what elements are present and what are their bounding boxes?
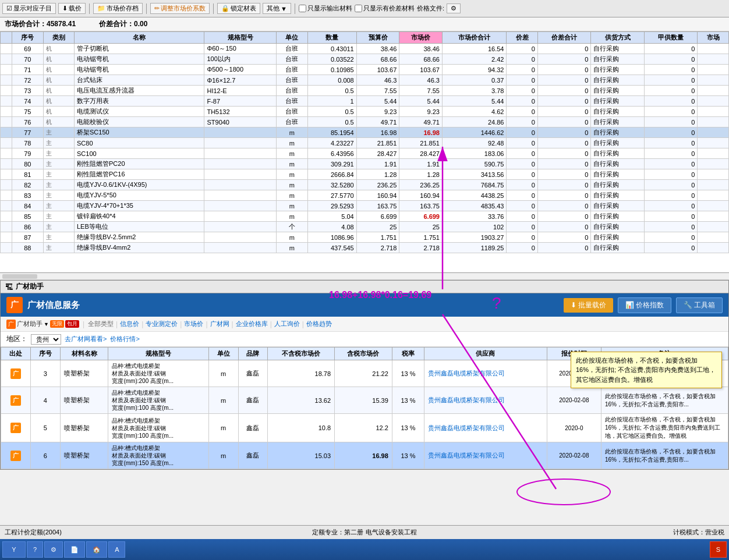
cell-check	[1, 54, 12, 65]
location-select[interactable]: 贵州	[31, 334, 61, 345]
price-market-link[interactable]: 价格行情>	[110, 335, 139, 343]
cell-jia: 0	[644, 180, 697, 190]
show-matching-btn[interactable]: ☑ 显示对应子目	[2, 3, 56, 14]
nav-info-price[interactable]: 信息价	[120, 320, 139, 328]
pt-cell-source: 广	[1, 442, 31, 469]
batch-price-btn[interactable]: ⬇ 批量载价	[564, 298, 613, 313]
taskbar-btn-5[interactable]: 🏠	[86, 541, 107, 558]
table-row[interactable]: 82 主 电缆YJV-0.6/1KV-(4X95) m 32.5280 236.…	[1, 180, 729, 190]
cell-idx: 73	[12, 86, 44, 96]
nav-guangcai-net[interactable]: 广材网	[210, 320, 229, 328]
load-price-btn[interactable]: ⬇ 载价	[58, 3, 86, 14]
col-header-total: 价差	[507, 32, 538, 44]
taskbar-btn-s[interactable]: S	[710, 541, 727, 558]
guangcai-assistant-label[interactable]: 广材助手	[17, 320, 43, 328]
cell-supply: 自行采购	[591, 107, 644, 117]
cell-total: 0	[507, 180, 538, 190]
table-row[interactable]: 70 机 电动锯弯机 100以内 台班 0.03522 68.66 68.66 …	[1, 54, 729, 65]
col-header-spec: 单位	[277, 32, 308, 44]
cell-jia: 0	[644, 44, 697, 54]
table-row[interactable]: 88 主 绝缘导线BV-4mm2 m 437.545 2.718 2.718 1…	[1, 243, 729, 253]
cell-code: 主	[43, 232, 75, 243]
cell-budget: 236.25	[399, 180, 443, 190]
lock-table-btn[interactable]: 🔒 锁定材表	[217, 3, 260, 14]
price-index-btn[interactable]: 📊 价格指数	[618, 297, 671, 313]
table-row[interactable]: 87 主 绝缘导线BV-2.5mm2 m 1086.96 1.751 1.751…	[1, 232, 729, 243]
adjust-coefficient-btn[interactable]: ✏ 调整市场价系数	[150, 3, 210, 14]
table-row[interactable]: 84 主 电缆YJV-4*70+1*35 m 29.5293 163.75 16…	[1, 201, 729, 211]
nav-enterprise[interactable]: 企业价格库	[236, 320, 268, 328]
others-btn[interactable]: 其他 ▼	[263, 3, 291, 14]
taskbar-btn-3[interactable]: ⚙	[44, 541, 63, 558]
taskbar-btn-4[interactable]: 📄	[64, 541, 85, 558]
taskbar-btn-6[interactable]: A	[108, 541, 125, 558]
table-row[interactable]: 74 机 数字万用表 F-87 台班 1 5.44 5.44 5.44 0 0 …	[1, 96, 729, 107]
cell-budget: 46.3	[399, 75, 443, 86]
cell-total: 0	[507, 54, 538, 65]
cell-type: LEB等电位	[75, 222, 204, 232]
price-table-row[interactable]: 广 6 喷塑桥架 品种:槽式电缆桥架材质及表面处理:碳钢宽度(mm):150 高…	[1, 442, 728, 469]
cell-code: 机	[43, 117, 75, 127]
table-row[interactable]: 81 主 刚性阻燃管PC16 m 2666.84 1.28 1.28 3413.…	[1, 169, 729, 180]
guangcai-net-link[interactable]: 去广材网看看>	[65, 335, 107, 343]
table-row[interactable]: 83 主 电缆YJV-5*50 m 27.5770 160.94 160.94 …	[1, 190, 729, 201]
col-header-diff: 价差合计	[537, 32, 590, 44]
cell-type: 绝缘导线BV-4mm2	[75, 243, 204, 253]
table-row[interactable]: 78 主 SC80 m 4.23227 21.851 21.851 92.48 …	[1, 138, 729, 148]
cell-unit: 0.5	[307, 117, 356, 127]
table-row[interactable]: 77 主 桥架SC150 m 85.1954 16.98 16.98 1446.…	[1, 127, 729, 138]
table-row[interactable]: 73 机 电压电流互感升流器 HI12-E 台班 0.5 7.55 7.55 3…	[1, 86, 729, 96]
pt-cell-idx: 5	[30, 414, 60, 442]
toolbox-btn[interactable]: 🔧 工具箱	[676, 297, 723, 313]
table-row[interactable]: 71 机 电动锯弯机 Φ500～1800 台班 0.10985 103.67 1…	[1, 65, 729, 75]
table-row[interactable]: 85 主 镀锌扁铁40*4 m 5.04 6.699 6.699 33.76 0…	[1, 211, 729, 222]
table-row[interactable]: 72 机 台式钻床 Φ16×12.7 台班 0.008 46.3 46.3 0.…	[1, 75, 729, 86]
show-diff-checkbox[interactable]: 只显示有价差材料	[355, 4, 415, 13]
cell-idx: 77	[12, 127, 44, 138]
taskbar-btn-1[interactable]: Y	[2, 541, 26, 558]
table-row[interactable]: 79 主 SC100 m 6.43956 28.427 28.427 183.0…	[1, 148, 729, 159]
cell-spec: 个	[277, 222, 308, 232]
pt-cell-name: 喷塑桥架	[60, 360, 108, 387]
cell-unit: 29.5293	[307, 201, 356, 211]
taskbar-btn-2[interactable]: ?	[27, 541, 43, 558]
toolbar-sep4	[295, 3, 295, 14]
h-scrollbar[interactable]	[0, 273, 729, 280]
nav-professional[interactable]: 专业测定价	[146, 320, 178, 328]
pt-col-price-ex: 不含税市场价	[268, 348, 335, 360]
show-output-checkbox[interactable]: 只显示输出材料	[299, 4, 352, 13]
price-table-row[interactable]: 广 5 喷塑桥架 品种:槽式电缆桥架材质及表面处理:碳钢宽度(mm):100 高…	[1, 414, 728, 442]
cell-qty: 68.66	[356, 54, 399, 65]
cell-diff: 0	[537, 180, 590, 190]
table-row[interactable]: 69 机 管子切断机 Φ60～150 台班 0.43011 38.46 38.4…	[1, 44, 729, 54]
pt-cell-price-ex: 13.62	[268, 387, 335, 414]
cell-name: Φ60～150	[204, 44, 277, 54]
price-table-row[interactable]: 广 4 喷塑桥架 品种:槽式电缆桥架材质及表面处理:碳钢宽度(mm):100 高…	[1, 387, 728, 414]
pt-cell-brand: 鑫磊	[238, 414, 268, 442]
price-file-btn[interactable]: ⚙	[447, 3, 461, 13]
table-row[interactable]: 75 机 电缆测试仪 TH5132 台班 0.5 9.23 9.23 4.62 …	[1, 107, 729, 117]
tools-icon: 🔧	[684, 301, 692, 309]
cell-market2	[698, 243, 729, 253]
guangcai-logo-icon: 广	[6, 297, 23, 313]
cell-spec: m	[277, 180, 308, 190]
cell-name	[204, 169, 277, 180]
cell-diff: 0	[537, 148, 590, 159]
cell-qty: 9.23	[356, 107, 399, 117]
cell-unit: 309.291	[307, 159, 356, 169]
cell-budget: 1.91	[399, 159, 443, 169]
table-row[interactable]: 86 主 LEB等电位 个 4.08 25 25 102 0 0 自行采购 0	[1, 222, 729, 232]
cell-spec: 台班	[277, 117, 308, 127]
market-archive-btn[interactable]: 📁 市场价存档	[93, 3, 143, 14]
nav-manual-inquiry[interactable]: 人工询价	[274, 320, 300, 328]
table-row[interactable]: 76 机 电能校验仪 ST9040 台班 0.5 49.71 49.71 24.…	[1, 117, 729, 127]
cell-supply: 自行采购	[591, 44, 644, 54]
nav-market-price[interactable]: 市场价	[184, 320, 203, 328]
nav-all-type[interactable]: 全部类型	[88, 320, 114, 328]
cell-name	[204, 201, 277, 211]
top-toolbar: ☑ 显示对应子目 ⬇ 载价 📁 市场价存档 ✏ 调整市场价系数 🔒 锁定材表 其…	[0, 0, 729, 17]
table-row[interactable]: 80 主 刚性阻燃管PC20 m 309.291 1.91 1.91 590.7…	[1, 159, 729, 169]
nav-price-trend[interactable]: 价格趋势	[306, 320, 332, 328]
main-table-area[interactable]: 序号 类别 名称 规格型号 单位 数量 预算价 市场价 市场价合计 价差 价差合…	[0, 31, 729, 273]
col-header-diffsum: 供货方式	[591, 32, 644, 44]
